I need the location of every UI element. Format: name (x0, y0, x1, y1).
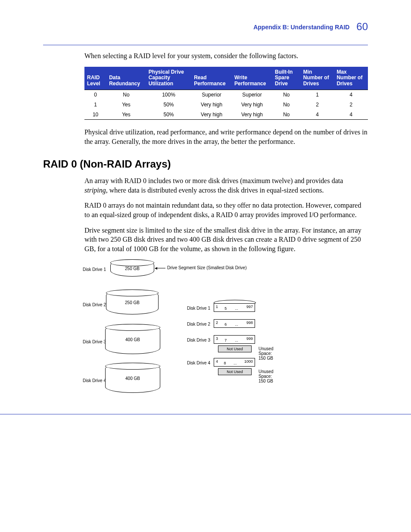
disk-label: Disk Drive 2 (76, 302, 106, 307)
intro-paragraph: When selecting a RAID level for your sys… (84, 51, 368, 61)
disk-label: Disk Drive 4 (76, 378, 106, 383)
not-used-box: Not Used (218, 368, 252, 375)
raid-comparison-table: RAID Level Data Redundancy Physical Driv… (84, 67, 368, 120)
th-raid-level: RAID Level (84, 67, 106, 90)
th-max-drives: Max Number of Drives (334, 67, 368, 90)
not-used-box: Not Used (218, 345, 252, 352)
stripe-cell: 2 6 ... 998 (214, 319, 255, 328)
disk-cylinder-icon: 250 GB (110, 259, 154, 277)
disk-label: Disk Drive 1 (76, 267, 106, 272)
unused-space-label: Unused Space: 150 GB (258, 346, 273, 361)
table-row: 1 Yes 50% Very high Very high No 2 2 (84, 100, 368, 109)
th-data-redundancy: Data Redundancy (106, 67, 146, 90)
footer-rule (0, 414, 411, 414)
table-row: 10 Yes 50% Very high Very high No 4 4 (84, 109, 368, 119)
unused-space-label: Unused Space: 150 GB (258, 369, 273, 383)
table-row: 0 No 100% Superior Superior No 1 4 (84, 90, 368, 100)
raid0-paragraph-3: Drive segment size is limited to the siz… (84, 226, 368, 254)
disk-cylinder-icon: 400 GB (105, 324, 160, 354)
stripe-cell: 3 7 ... 999 (214, 335, 255, 344)
header-section: Appendix B: Understanding RAID (253, 24, 349, 31)
post-table-paragraph: Physical drive utilization, read perform… (84, 128, 368, 146)
segment-size-label: Drive Segment Size (Smallest Disk Drive) (167, 265, 247, 270)
page-number: 60 (356, 21, 368, 32)
th-read-performance: Read Performance (191, 67, 232, 90)
stripe-cell: 1 5 ... 997 (214, 303, 255, 312)
disk-label: Disk Drive 3 (76, 339, 106, 344)
raid0-paragraph-1: An array with RAID 0 includes two or mor… (84, 176, 368, 195)
raid0-paragraph-2: RAID 0 arrays do not maintain redundant … (84, 201, 368, 219)
th-spare-drive: Built-In Spare Drive (272, 67, 301, 90)
header-rule (43, 45, 368, 45)
section-heading: RAID 0 (Non-RAID Arrays) (43, 158, 368, 170)
page-header: Appendix B: Understanding RAID 60 (43, 17, 368, 34)
th-write-performance: Write Performance (232, 67, 272, 90)
disk-cylinder-icon: 400 GB (105, 363, 160, 393)
arrow-icon (155, 268, 165, 268)
th-min-drives: Min Number of Drives (301, 67, 334, 90)
raid0-diagram: Disk Drive 1 250 GB Disk Drive 2 250 GB … (84, 259, 317, 414)
th-capacity-utilization: Physical Drive Capacity Utilization (146, 67, 191, 90)
disk-cylinder-icon: 250 GB (106, 289, 159, 314)
stripe-cell: 4 8 ... 1000 (214, 358, 255, 367)
